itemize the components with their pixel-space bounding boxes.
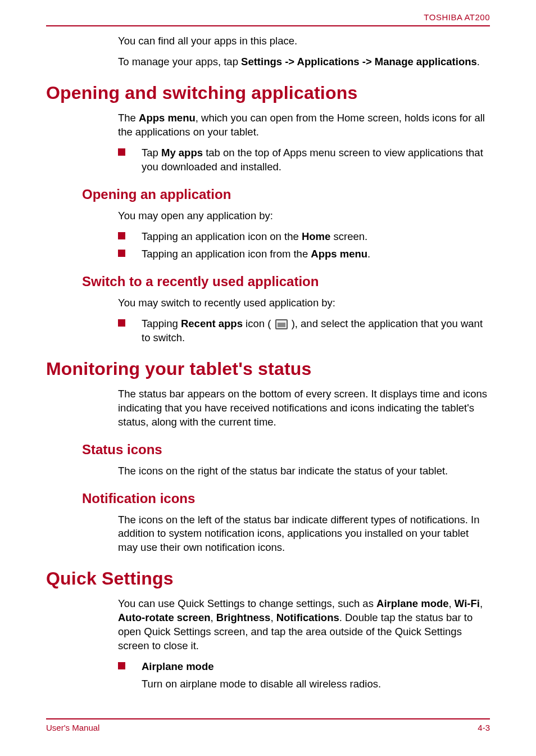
- section-block: The Apps menu, which you can open from t…: [118, 111, 490, 139]
- heading-opening-switching: Opening and switching applications: [46, 83, 490, 103]
- paragraph: The icons on the left of the status bar …: [118, 513, 490, 555]
- heading-notification-icons: Notification icons: [82, 491, 490, 506]
- footer-rule: [46, 718, 490, 719]
- footer-page-number: 4-3: [478, 723, 490, 732]
- text: ,: [480, 597, 483, 609]
- section-block: The icons on the left of the status bar …: [118, 513, 490, 555]
- bold-text: Wi-Fi: [455, 597, 480, 609]
- bullet-list: Tapping Recent apps icon ( ), and select…: [118, 317, 490, 345]
- text: Tap: [142, 147, 161, 159]
- paragraph: The status bar appears on the bottom of …: [118, 387, 490, 429]
- paragraph: You can use Quick Settings to change set…: [118, 597, 490, 653]
- text: To manage your apps, tap: [118, 56, 241, 67]
- text: icon (: [243, 318, 274, 329]
- list-item-description: Turn on airplane mode to disable all wir…: [142, 677, 490, 691]
- intro-p2: To manage your apps, tap Settings -> App…: [118, 55, 490, 69]
- intro-block: You can find all your apps in this place…: [118, 34, 490, 69]
- bold-text: Airplane mode: [376, 597, 449, 609]
- text: Tapping: [142, 318, 181, 329]
- page-footer: User's Manual 4-3: [46, 718, 490, 732]
- text: Tapping an application icon on the: [142, 230, 302, 242]
- list-item: Tap My apps tab on the top of Apps menu …: [118, 146, 490, 174]
- paragraph: You may open any application by:: [118, 209, 490, 223]
- text: ,: [449, 597, 455, 609]
- bold-text: Auto-rotate screen: [118, 612, 210, 623]
- text: .: [367, 248, 370, 260]
- text: You can use Quick Settings to change set…: [118, 597, 376, 609]
- text: Tapping an application icon from the: [142, 248, 311, 260]
- heading-monitoring-status: Monitoring your tablet's status: [46, 359, 490, 379]
- bullet-list: Tapping an application icon on the Home …: [118, 230, 490, 261]
- bullet-list: Tap My apps tab on the top of Apps menu …: [118, 146, 490, 174]
- header-rule: [46, 25, 490, 26]
- bullet-list: Airplane mode: [118, 660, 490, 674]
- list-item: Airplane mode: [118, 660, 490, 674]
- heading-opening-app: Opening an application: [82, 187, 490, 202]
- paragraph: The Apps menu, which you can open from t…: [118, 111, 490, 139]
- footer-left: User's Manual: [46, 723, 99, 732]
- section-block: You may switch to recently used applicat…: [118, 296, 490, 310]
- text: ,: [210, 612, 216, 623]
- bold-text: Airplane mode: [142, 660, 214, 672]
- section-block: The icons on the right of the status bar…: [118, 464, 490, 478]
- heading-switch-recent: Switch to a recently used application: [82, 274, 490, 289]
- recent-apps-icon: [275, 319, 288, 329]
- heading-status-icons: Status icons: [82, 442, 490, 458]
- bold-text: Apps menu: [311, 248, 367, 260]
- page: TOSHIBA AT200 You can find all your apps…: [0, 0, 536, 756]
- bold-text: Settings -> Applications -> Manage appli…: [241, 56, 477, 67]
- section-block: You may open any application by:: [118, 209, 490, 223]
- intro-p1: You can find all your apps in this place…: [118, 34, 490, 48]
- text: screen.: [330, 230, 367, 242]
- heading-quick-settings: Quick Settings: [46, 568, 490, 589]
- product-name: TOSHIBA AT200: [46, 12, 490, 22]
- bold-text: Notifications: [276, 612, 339, 623]
- list-item: Tapping an application icon on the Home …: [118, 230, 490, 244]
- list-item: Tapping an application icon from the App…: [118, 247, 490, 261]
- section-block: You can use Quick Settings to change set…: [118, 597, 490, 653]
- footer-row: User's Manual 4-3: [46, 723, 490, 732]
- bold-text: Home: [302, 230, 330, 242]
- bold-text: Recent apps: [181, 318, 243, 329]
- text: ,: [270, 612, 276, 623]
- text: .: [477, 56, 480, 67]
- paragraph: The icons on the right of the status bar…: [118, 464, 490, 478]
- list-item: Tapping Recent apps icon ( ), and select…: [118, 317, 490, 345]
- bold-text: Apps menu: [139, 112, 196, 124]
- text: The: [118, 112, 139, 124]
- bold-text: Brightness: [216, 612, 271, 623]
- section-block: The status bar appears on the bottom of …: [118, 387, 490, 429]
- bold-text: My apps: [161, 147, 203, 159]
- page-header: TOSHIBA AT200: [46, 0, 490, 26]
- paragraph: You may switch to recently used applicat…: [118, 296, 490, 310]
